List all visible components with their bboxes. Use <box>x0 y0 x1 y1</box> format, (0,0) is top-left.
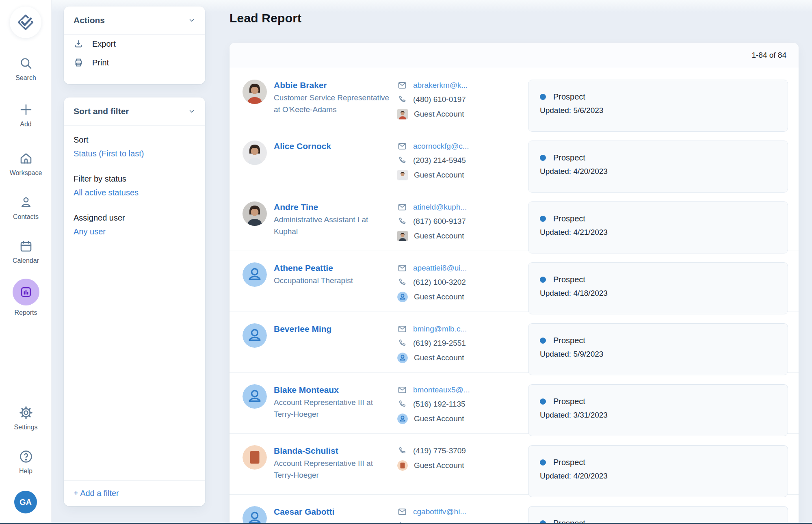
sidebar-item-calendar[interactable]: Calendar <box>0 239 52 264</box>
guest-account-avatar <box>397 231 408 241</box>
lead-email-link[interactable]: cgabottifv@hi... <box>413 507 466 516</box>
lead-job-title: Occupational Therapist <box>274 275 390 286</box>
export-button[interactable]: Export <box>64 35 205 53</box>
guest-account-label: Guest Account <box>414 292 464 301</box>
sidebar-item-label: Contacts <box>13 213 39 221</box>
phone-line: (480) 610-0197 <box>397 95 519 104</box>
lead-name-link[interactable]: Beverlee Ming <box>274 323 390 335</box>
status-label: Prospect <box>553 273 585 286</box>
lead-name-link[interactable]: Athene Peattie <box>274 262 390 274</box>
status-label: Prospect <box>553 212 585 225</box>
phone-line: (203) 214-5945 <box>397 156 519 165</box>
guest-account-label: Guest Account <box>414 232 464 240</box>
reports-active-bubble <box>13 279 39 305</box>
lead-email-link[interactable]: atineld@kuph... <box>413 203 467 212</box>
guest-account-line: Guest Account <box>397 170 519 180</box>
status-card: Prospect Updated: 4/21/2023 <box>528 201 788 253</box>
phone-icon <box>397 217 407 226</box>
status-label: Prospect <box>553 334 585 347</box>
company-avatar-icon <box>243 445 267 470</box>
lead-name-link[interactable]: Abbie Braker <box>274 80 390 91</box>
guest-account-avatar <box>397 353 408 363</box>
lead-job-title: Account Representative III at Terry-Hoeg… <box>274 457 390 481</box>
user-avatar[interactable]: GA <box>14 491 37 513</box>
sort-value-link[interactable]: Status (First to last) <box>74 147 195 160</box>
actions-panel-header[interactable]: Actions <box>64 6 205 35</box>
sidebar-item-help[interactable]: Help <box>0 449 52 475</box>
status-dot <box>540 277 546 283</box>
lead-row: Athene Peattie Occupational Therapist ap… <box>230 251 799 312</box>
lead-name-link[interactable]: Alice Cornock <box>274 141 390 152</box>
lead-email-link[interactable]: bmonteaux5@... <box>413 385 470 394</box>
lead-email-link[interactable]: abrakerkm@k... <box>413 81 468 90</box>
email-line: cgabottifv@hi... <box>397 507 519 517</box>
guest-account-avatar <box>397 109 408 119</box>
status-updated: Updated: 5/9/2023 <box>540 347 776 361</box>
sort-group-label: Sort <box>74 134 195 146</box>
lead-avatar <box>243 80 267 104</box>
guest-account-label: Guest Account <box>414 171 464 180</box>
status-dot <box>540 216 546 222</box>
photo-avatar-mini <box>397 109 408 119</box>
lead-job-title: Account Representative III at Terry-Hoeg… <box>274 396 390 420</box>
phone-icon <box>397 446 407 456</box>
company-avatar-mini-icon <box>397 460 408 471</box>
phone-line: (419) 775-3709 <box>397 446 519 456</box>
lead-row: Blake Monteaux Account Representative II… <box>230 373 799 434</box>
lead-job-title: Administrative Assistant I at Kuphal <box>274 214 390 237</box>
sidebar-item-label: Search <box>15 74 36 82</box>
status-card: Prospect <box>528 506 788 524</box>
lead-phone: (619) 219-2551 <box>413 339 466 348</box>
sidebar-item-add[interactable]: Add <box>0 102 52 128</box>
plus-icon <box>19 102 33 117</box>
status-updated: Updated: 5/6/2023 <box>540 104 776 117</box>
sidebar-item-label: Workspace <box>10 169 42 177</box>
phone-line: (619) 219-2551 <box>397 338 519 348</box>
person-avatar-icon <box>243 506 267 524</box>
lead-email-link[interactable]: apeattiei8@ui... <box>413 264 467 273</box>
guest-account-line: Guest Account <box>397 109 519 119</box>
gear-icon <box>19 405 33 420</box>
help-icon <box>19 449 33 464</box>
status-updated: Updated: 4/20/2023 <box>540 469 776 483</box>
email-line: acornockfg@c... <box>397 141 519 151</box>
assigned-user-label: Assigned user <box>74 212 195 224</box>
guest-account-label: Guest Account <box>414 110 464 119</box>
envelope-icon <box>397 202 407 212</box>
sidebar-item-contacts[interactable]: Contacts <box>0 195 52 221</box>
guest-account-avatar <box>397 170 408 180</box>
lead-row: Blanda-Schulist Account Representative I… <box>230 434 799 495</box>
person-icon <box>19 195 33 210</box>
assigned-user-link[interactable]: Any user <box>74 225 195 238</box>
phone-line: (817) 600-9137 <box>397 217 519 226</box>
printer-icon <box>74 58 83 67</box>
envelope-icon <box>397 385 407 395</box>
sort-filter-header[interactable]: Sort and filter <box>64 97 205 126</box>
page-title: Lead Report <box>230 11 301 25</box>
sidebar-item-reports[interactable]: Reports <box>0 279 52 316</box>
sidebar-item-search[interactable]: Search <box>0 56 52 82</box>
email-line: bming@mlb.c... <box>397 324 519 334</box>
lead-name-link[interactable]: Blake Monteaux <box>274 384 390 396</box>
lead-email-link[interactable]: acornockfg@c... <box>413 142 469 151</box>
guest-account-line: Guest Account <box>397 292 519 302</box>
lead-name-link[interactable]: Caesar Gabotti <box>274 506 390 518</box>
sidebar-item-settings[interactable]: Settings <box>0 405 52 431</box>
sidebar-item-workspace[interactable]: Workspace <box>0 151 52 177</box>
add-filter-link[interactable]: + Add a filter <box>74 489 119 498</box>
email-line: abrakerkm@k... <box>397 80 519 90</box>
phone-line: (612) 100-3202 <box>397 277 519 287</box>
lead-email-link[interactable]: bming@mlb.c... <box>413 325 467 333</box>
sidebar-item-label: Reports <box>14 309 37 316</box>
lead-name-link[interactable]: Andre Tine <box>274 201 390 213</box>
status-dot <box>540 94 546 100</box>
lead-phone: (516) 192-1135 <box>413 400 466 409</box>
print-button[interactable]: Print <box>64 53 205 72</box>
lead-name-link[interactable]: Blanda-Schulist <box>274 445 390 457</box>
filter-status-link[interactable]: All active statuses <box>74 186 195 199</box>
guest-account-line: Guest Account <box>397 353 519 363</box>
photo-avatar <box>243 80 267 104</box>
app-logo[interactable] <box>10 6 41 38</box>
status-dot <box>540 398 546 405</box>
phone-icon <box>397 399 407 409</box>
